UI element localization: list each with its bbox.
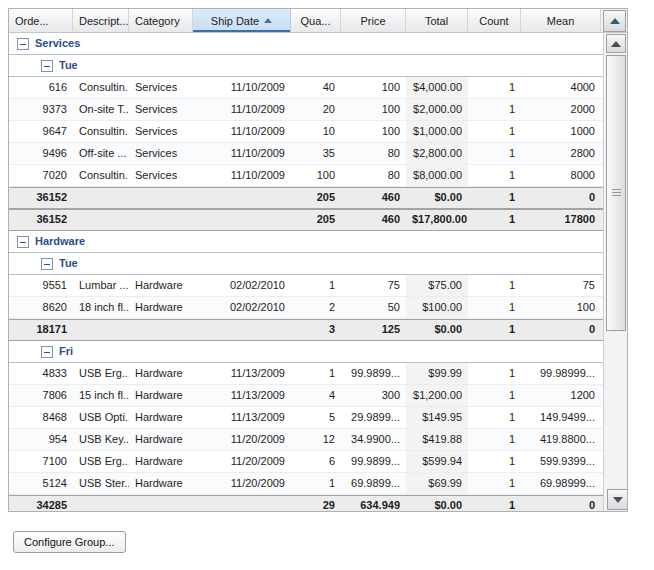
cell-count: 1: [468, 363, 521, 384]
table-row[interactable]: 862018 inch fl...Hardware02/02/2010250$1…: [9, 297, 603, 319]
cell-total: $419.88: [406, 429, 468, 450]
column-header-order[interactable]: Orde...: [9, 9, 73, 32]
cell-count: 1: [468, 451, 521, 472]
cell-ship-date: 11/13/2009: [193, 385, 291, 406]
cell-price: 634.949: [341, 496, 406, 511]
cell-category: Services: [129, 143, 193, 164]
cell-mean: 69.98999...: [521, 473, 601, 494]
scrollbar-thumb[interactable]: [606, 55, 626, 331]
table-row[interactable]: 9647Consultin...Services11/10/200910100$…: [9, 121, 603, 143]
cell-count: 1: [468, 143, 521, 164]
cell-description: [73, 496, 129, 511]
table-row[interactable]: 7100USB Erg...Hardware11/20/2009699.9899…: [9, 451, 603, 473]
column-header-category[interactable]: Category: [129, 9, 193, 32]
cell-ship-date: 11/10/2009: [193, 99, 291, 120]
cell-category: [129, 210, 193, 230]
column-header-description[interactable]: Descript...: [73, 9, 129, 32]
column-header-label: Mean: [547, 15, 575, 27]
cell-total: $8,000.00: [406, 165, 468, 186]
configure-group-button[interactable]: Configure Group...: [13, 531, 126, 553]
summary-row[interactable]: 3428529634.949$0.0010: [9, 495, 603, 511]
cell-description: [73, 210, 129, 230]
cell-ship-date: 11/10/2009: [193, 143, 291, 164]
cell-price: 100: [341, 121, 406, 142]
cell-mean: 1200: [521, 385, 601, 406]
cell-ship-date: [193, 496, 291, 511]
table-row[interactable]: 5124USB Ster...Hardware11/20/2009169.989…: [9, 473, 603, 495]
column-header-quantity[interactable]: Qua...: [291, 9, 341, 32]
table-row[interactable]: 4833USB Erg...Hardware11/13/2009199.9899…: [9, 363, 603, 385]
scrollbar-down-button[interactable]: [607, 489, 627, 510]
cell-count: 1: [468, 99, 521, 120]
cell-ship-date: 11/13/2009: [193, 407, 291, 428]
cell-ship-date: [193, 210, 291, 230]
cell-description: On-site T...: [73, 99, 129, 120]
cell-price: 80: [341, 143, 406, 164]
cell-quantity: 1: [291, 363, 341, 384]
collapse-icon[interactable]: [41, 346, 53, 358]
column-header-total[interactable]: Total: [406, 9, 468, 32]
sort-ascending-icon: [264, 18, 272, 23]
collapse-icon[interactable]: [17, 236, 29, 248]
cell-count: 1: [468, 473, 521, 494]
cell-count: 1: [468, 407, 521, 428]
group-label: Tue: [59, 253, 78, 274]
cell-order: 954: [9, 429, 73, 450]
cell-category: Hardware: [129, 451, 193, 472]
cell-count: 1: [468, 496, 521, 511]
table-row[interactable]: 616Consultin...Services11/10/200940100$4…: [9, 77, 603, 99]
cell-description: USB Erg...: [73, 451, 129, 472]
group-label: Services: [35, 33, 80, 54]
cell-quantity: 205: [291, 188, 341, 208]
cell-quantity: 12: [291, 429, 341, 450]
collapse-icon[interactable]: [41, 60, 53, 72]
table-row[interactable]: 954USB Key...Hardware11/20/20091234.9900…: [9, 429, 603, 451]
group-label: Fri: [59, 341, 73, 362]
vertical-scrollbar[interactable]: [604, 33, 627, 511]
column-header-ship-date[interactable]: Ship Date: [193, 9, 291, 32]
cell-ship-date: 11/20/2009: [193, 429, 291, 450]
cell-quantity: 40: [291, 77, 341, 98]
table-row[interactable]: 8468USB Opti...Hardware11/13/2009529.989…: [9, 407, 603, 429]
summary-row[interactable]: 36152205460$0.0010: [9, 187, 603, 209]
table-row[interactable]: 9551Lumbar ...Hardware02/02/2010175$75.0…: [9, 275, 603, 297]
cell-quantity: 1: [291, 275, 341, 296]
cell-mean: 0: [521, 320, 601, 340]
table-row[interactable]: 9496Off-site ...Services11/10/20093580$2…: [9, 143, 603, 165]
group-row-hardware[interactable]: Hardware: [9, 231, 603, 253]
table-row[interactable]: 9373On-site T...Services11/10/200920100$…: [9, 99, 603, 121]
group-row-tue[interactable]: Tue: [9, 55, 603, 77]
cell-category: Hardware: [129, 407, 193, 428]
table-row[interactable]: 780615 inch fl...Hardware11/13/20094300$…: [9, 385, 603, 407]
group-row-tue[interactable]: Tue: [9, 253, 603, 275]
cell-order: 9647: [9, 121, 73, 142]
scrollbar-up-button[interactable]: [606, 34, 626, 53]
table-row[interactable]: 7020Consultin...Services11/10/200910080$…: [9, 165, 603, 187]
column-header-label: Orde...: [15, 15, 49, 27]
group-row-fri[interactable]: Fri: [9, 341, 603, 363]
column-header-mean[interactable]: Mean: [521, 9, 601, 32]
cell-total: $0.00: [406, 188, 468, 208]
summary-row[interactable]: 181713125$0.0010: [9, 319, 603, 341]
cell-total: $4,000.00: [406, 77, 468, 98]
cell-quantity: 5: [291, 407, 341, 428]
cell-category: Hardware: [129, 385, 193, 406]
group-row-services[interactable]: Services: [9, 33, 603, 55]
summary-row[interactable]: 36152205460$17,800.00117800: [9, 209, 603, 231]
cell-mean: 2000: [521, 99, 601, 120]
header-scroll-up-button[interactable]: [603, 10, 626, 32]
cell-category: Services: [129, 121, 193, 142]
triangle-up-icon: [610, 18, 620, 24]
cell-ship-date: 11/10/2009: [193, 121, 291, 142]
orders-grid: Orde...Descript...CategoryShip DateQua..…: [8, 8, 628, 512]
collapse-icon[interactable]: [17, 38, 29, 50]
cell-mean: 1000: [521, 121, 601, 142]
cell-order: 7806: [9, 385, 73, 406]
collapse-icon[interactable]: [41, 258, 53, 270]
column-header-count[interactable]: Count: [468, 9, 521, 32]
cell-total: $0.00: [406, 496, 468, 511]
cell-total: $69.99: [406, 473, 468, 494]
cell-description: 18 inch fl...: [73, 297, 129, 318]
column-header-price[interactable]: Price: [341, 9, 406, 32]
cell-total: $1,000.00: [406, 121, 468, 142]
